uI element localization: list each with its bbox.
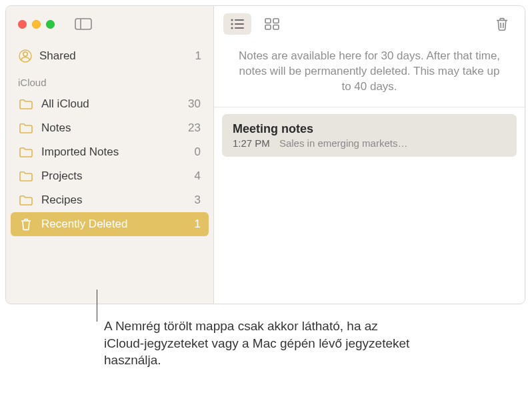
- callout-text: A Nemrég törölt mappa csak akkor látható…: [104, 318, 411, 369]
- svg-rect-10: [265, 19, 271, 23]
- svg-rect-12: [265, 25, 271, 29]
- sidebar-item-shared[interactable]: Shared 1: [11, 45, 208, 67]
- folder-icon: [19, 97, 33, 111]
- svg-rect-13: [273, 25, 279, 29]
- sidebar-item-count: 1: [195, 49, 201, 63]
- toolbar: [214, 6, 525, 42]
- sidebar-item-label: Recently Deleted: [41, 218, 187, 231]
- sidebar-item-recipes[interactable]: Recipes 3: [11, 188, 209, 212]
- sidebar-item-count: 23: [188, 121, 201, 135]
- svg-point-8: [231, 27, 233, 29]
- sidebar-item-notes[interactable]: Notes 23: [11, 116, 209, 140]
- grid-icon: [265, 18, 279, 30]
- section-header-icloud: iCloud: [11, 67, 208, 92]
- sidebar-item-count: 30: [188, 97, 201, 111]
- sidebar-item-recently-deleted[interactable]: Recently Deleted 1: [11, 212, 209, 236]
- sidebar-item-imported-notes[interactable]: Imported Notes 0: [11, 140, 209, 164]
- sidebar-item-count: 4: [195, 169, 201, 183]
- svg-rect-9: [235, 27, 244, 29]
- sidebar-item-count: 3: [195, 193, 201, 207]
- sidebar-item-count: 1: [195, 218, 201, 231]
- sidebar-item-all-icloud[interactable]: All iCloud 30: [11, 92, 209, 116]
- sidebar-item-label: Notes: [41, 121, 180, 135]
- toggle-sidebar-button[interactable]: [69, 14, 97, 34]
- note-list: Meeting notes 1:27 PMSales in emerging m…: [214, 107, 525, 163]
- folder-icon: [19, 121, 33, 135]
- sidebar-item-projects[interactable]: Projects 4: [11, 164, 209, 188]
- svg-rect-5: [235, 19, 244, 21]
- main-area: Notes are available here for 30 days. Af…: [214, 6, 525, 304]
- folder-icon: [19, 145, 33, 159]
- trash-icon: [19, 218, 33, 231]
- folder-icon: [19, 193, 33, 207]
- svg-rect-0: [75, 19, 91, 29]
- svg-point-2: [23, 52, 27, 56]
- note-meta: 1:27 PMSales in emerging markets…: [233, 137, 506, 149]
- sidebar-item-label: All iCloud: [41, 97, 180, 111]
- folder-icon: [19, 169, 33, 183]
- window-controls: [18, 20, 55, 29]
- callout-line: [97, 290, 97, 322]
- list-view-button[interactable]: [223, 13, 251, 35]
- sidebar-item-label: Projects: [41, 169, 187, 183]
- note-list-item[interactable]: Meeting notes 1:27 PMSales in emerging m…: [222, 114, 517, 157]
- svg-point-4: [231, 19, 233, 21]
- sidebar-item-label: Shared: [39, 49, 76, 63]
- svg-rect-7: [235, 23, 244, 25]
- close-window-button[interactable]: [18, 20, 27, 29]
- list-icon: [230, 18, 245, 30]
- note-title: Meeting notes: [233, 122, 506, 136]
- sidebar-icon: [75, 18, 92, 30]
- delete-button[interactable]: [489, 13, 515, 35]
- trash-icon: [495, 17, 509, 31]
- note-preview: Sales in emerging markets…: [279, 137, 408, 149]
- recently-deleted-banner: Notes are available here for 30 days. Af…: [214, 42, 525, 107]
- shared-icon: [18, 49, 33, 63]
- note-time: 1:27 PM: [233, 137, 270, 149]
- svg-rect-11: [273, 19, 279, 23]
- svg-point-6: [231, 23, 233, 25]
- titlebar: [6, 6, 213, 42]
- sidebar-list: Shared 1 iCloud All iCloud 30: [6, 42, 213, 236]
- sidebar: Shared 1 iCloud All iCloud 30: [6, 6, 214, 304]
- sidebar-item-label: Recipes: [41, 193, 187, 207]
- notes-app-window: Shared 1 iCloud All iCloud 30: [5, 5, 525, 304]
- sidebar-item-label: Imported Notes: [41, 145, 187, 159]
- sidebar-item-count: 0: [195, 145, 201, 159]
- gallery-view-button[interactable]: [258, 13, 286, 35]
- minimize-window-button[interactable]: [32, 20, 41, 29]
- maximize-window-button[interactable]: [46, 20, 55, 29]
